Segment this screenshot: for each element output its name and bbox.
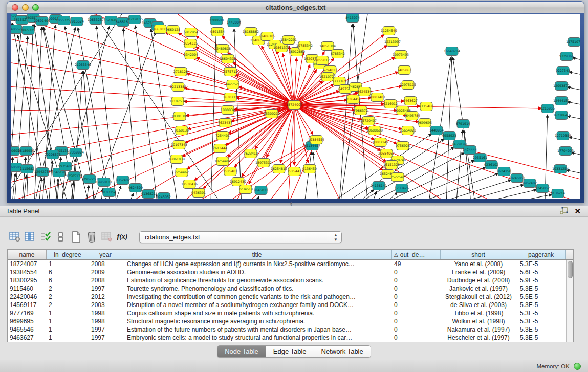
table-row[interactable]: 977716911998Corpus callosum shape and si… xyxy=(8,309,573,317)
table-cell[interactable]: Stergiakouli et al. (2012) xyxy=(441,293,516,301)
table-cell[interactable]: 9463627 xyxy=(8,334,47,342)
new-table-icon[interactable] xyxy=(69,230,84,244)
table-cell[interactable]: 9115460 xyxy=(8,285,47,293)
table-cell[interactable]: 2012 xyxy=(89,293,122,301)
table-selector-dropdown[interactable]: citations_edges.txt ▲▼ xyxy=(139,231,342,243)
table-cell[interactable]: 2003 xyxy=(89,301,122,309)
table-cell[interactable]: Changes of HCN gene expression and I(f) … xyxy=(122,260,392,268)
table-cell[interactable]: 1 xyxy=(47,260,89,268)
close-panel-icon[interactable]: ✕ xyxy=(574,208,581,215)
table-cell[interactable]: 22420046 xyxy=(8,293,47,301)
table-cell[interactable]: 5.6E-5 xyxy=(516,268,566,276)
table-cell[interactable]: Investigating the contribution of common… xyxy=(122,293,392,301)
tab-edge-table[interactable]: Edge Table xyxy=(266,346,314,357)
table-cell[interactable]: 5.3E-5 xyxy=(516,334,566,342)
table-row[interactable]: 1456911722003Disruption of a novel membe… xyxy=(8,301,573,309)
table-cell[interactable]: 5.3E-5 xyxy=(516,285,566,293)
table-cell[interactable]: Estimation of the future numbers of pati… xyxy=(122,325,392,334)
vertical-scrollbar[interactable] xyxy=(566,260,573,342)
table-cell[interactable]: Jankovic et al. (1997) xyxy=(441,285,516,293)
table-row[interactable]: 2242004622012Investigating the contribut… xyxy=(8,293,573,301)
table-row[interactable]: 1938455462009Genome-wide association stu… xyxy=(8,268,573,276)
column-header-short[interactable]: short xyxy=(441,250,516,259)
table-cell[interactable]: 1 xyxy=(47,317,89,325)
table-cell[interactable]: 2008 xyxy=(89,276,122,285)
table-cell[interactable]: Estimation of significance thresholds fo… xyxy=(122,276,392,285)
network-canvas[interactable]: 1015572416155275240557242069140690915471… xyxy=(11,14,580,199)
table-cell[interactable]: 0 xyxy=(392,309,441,317)
table-cell[interactable]: 2009 xyxy=(89,268,122,276)
scrollbar-thumb[interactable] xyxy=(568,261,573,278)
table-cell[interactable]: Hescheler et al. (1997) xyxy=(441,334,516,342)
table-cell[interactable]: Dudbridge et al. (2008) xyxy=(441,276,516,285)
table-cell[interactable]: 0 xyxy=(392,301,441,309)
table-cell[interactable]: Wolkin et al. (1998) xyxy=(441,317,516,325)
network-window[interactable]: citations_edges.txt 10155724161552752405… xyxy=(7,1,584,203)
table-cell[interactable]: 6 xyxy=(47,268,89,276)
column-header-year[interactable]: year xyxy=(89,250,122,259)
table-row[interactable]: 969969511998Structural magnetic resonanc… xyxy=(8,317,573,325)
table-cell[interactable]: 18724007 xyxy=(8,260,47,268)
table-cell[interactable]: Tourette syndrome. Phenomenology and cla… xyxy=(122,285,392,293)
select-columns-icon[interactable] xyxy=(38,230,53,244)
table-cell[interactable]: 1 xyxy=(47,334,89,342)
table-cell[interactable]: 1 xyxy=(47,325,89,334)
tab-node-table[interactable]: Node Table xyxy=(217,346,266,357)
column-header-name[interactable]: name xyxy=(8,250,47,259)
table-cell[interactable]: 5.9E-5 xyxy=(516,276,566,285)
table-cell[interactable]: 2 xyxy=(47,301,89,309)
table-cell[interactable]: 0 xyxy=(392,285,441,293)
table-cell[interactable]: 9777169 xyxy=(8,309,47,317)
table-cell[interactable]: Corpus callosum shape and size in male p… xyxy=(122,309,392,317)
table-cell[interactable]: 18300295 xyxy=(8,276,47,285)
table-cell[interactable]: Tibbo et al. (1998) xyxy=(441,309,516,317)
table-cell[interactable]: Yano et al. (2008) xyxy=(441,260,516,268)
table-row[interactable]: 946362711997Embryonic stem cells: a mode… xyxy=(8,334,573,342)
table-options-icon[interactable] xyxy=(7,230,23,244)
function-builder-icon[interactable]: f(x) xyxy=(115,230,130,244)
table-cell[interactable]: de Silva et al. (2003) xyxy=(441,301,516,309)
table-row[interactable]: 1830029562008Estimation of significance … xyxy=(8,276,573,285)
table-row[interactable]: 911546021997Tourette syndrome. Phenomeno… xyxy=(8,285,573,293)
table-cell[interactable]: 14569117 xyxy=(8,301,47,309)
table-cell[interactable]: 1997 xyxy=(89,325,122,334)
table-cell[interactable]: 9465546 xyxy=(8,325,47,334)
table-cell[interactable]: 5.3E-5 xyxy=(516,301,566,309)
import-table-icon[interactable] xyxy=(99,230,115,244)
table-cell[interactable]: 5.5E-5 xyxy=(516,293,566,301)
table-cell[interactable]: 2008 xyxy=(89,260,122,268)
table-cell[interactable]: 5.3E-5 xyxy=(516,260,566,268)
row-height-icon[interactable] xyxy=(53,230,69,244)
table-cell[interactable]: 5.3E-5 xyxy=(516,317,566,325)
table-cell[interactable]: Genome-wide association studies in ADHD. xyxy=(122,268,392,276)
column-header-pagerank[interactable]: pagerank xyxy=(516,250,566,259)
column-header-out_de[interactable]: △out_de… xyxy=(392,250,441,259)
table-row[interactable]: 1872400712008Changes of HCN gene express… xyxy=(8,260,573,268)
table-cell[interactable]: Embryonic stem cells: a model to study s… xyxy=(122,334,392,342)
table-cell[interactable]: 0 xyxy=(392,293,441,301)
tab-network-table[interactable]: Network Table xyxy=(314,346,371,357)
table-cell[interactable]: 1998 xyxy=(89,309,122,317)
table-cell[interactable]: Disruption of a novel member of a sodium… xyxy=(122,301,392,309)
table-cell[interactable]: 0 xyxy=(392,268,441,276)
float-panel-icon[interactable] xyxy=(560,207,568,216)
table-cell[interactable]: 0 xyxy=(392,325,441,334)
show-columns-icon[interactable] xyxy=(23,230,38,244)
column-header-title[interactable]: title xyxy=(122,250,392,259)
table-cell[interactable]: 5.3E-5 xyxy=(516,325,566,334)
table-cell[interactable]: 1 xyxy=(47,309,89,317)
table-cell[interactable]: 49 xyxy=(392,260,441,268)
table-cell[interactable]: 1998 xyxy=(89,317,122,325)
table-cell[interactable]: 6 xyxy=(47,276,89,285)
table-cell[interactable]: 9699695 xyxy=(8,317,47,325)
table-cell[interactable]: 5.3E-5 xyxy=(516,309,566,317)
table-cell[interactable]: 1997 xyxy=(89,334,122,342)
table-row[interactable]: 946554611997Estimation of the future num… xyxy=(8,325,573,334)
table-cell[interactable]: 1997 xyxy=(89,285,122,293)
table-cell[interactable]: 0 xyxy=(392,334,441,342)
table-cell[interactable]: 19384554 xyxy=(8,268,47,276)
column-header-in_degree[interactable]: in_degree xyxy=(47,250,89,259)
window-titlebar[interactable]: citations_edges.txt xyxy=(7,2,584,13)
delete-table-icon[interactable] xyxy=(84,230,99,244)
table-cell[interactable]: 0 xyxy=(392,317,441,325)
